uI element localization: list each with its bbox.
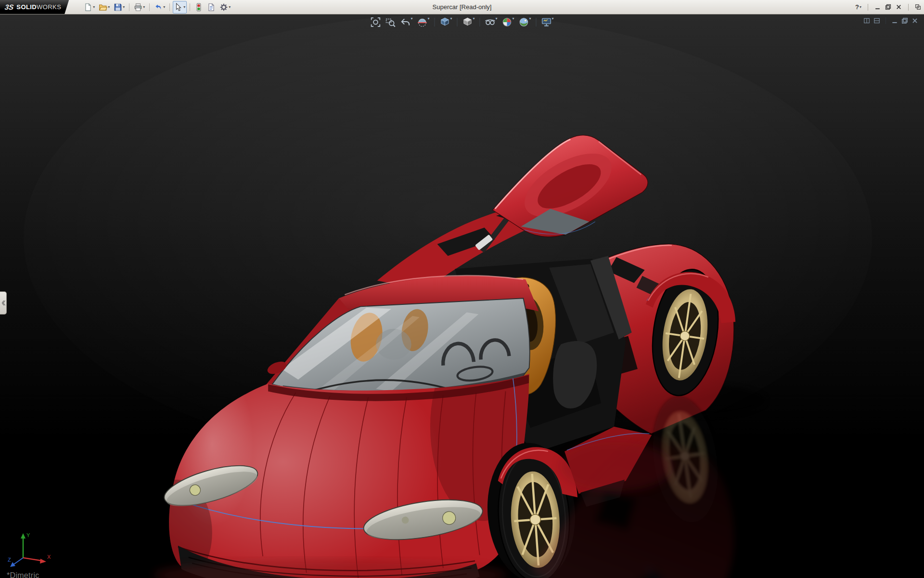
print-button[interactable]: ▾ bbox=[132, 1, 146, 13]
undo-button[interactable]: ▾ bbox=[153, 1, 167, 13]
restore-icon bbox=[885, 4, 891, 10]
toolbar-separator bbox=[457, 18, 457, 26]
title-bar: 3S SOLIDWORKS ▾▾▾▾▾▾▾ Supercar [Read-onl… bbox=[0, 0, 924, 14]
zoom-to-fit-button[interactable] bbox=[370, 16, 381, 28]
edit-appearance-icon bbox=[502, 17, 513, 27]
save-icon bbox=[114, 3, 122, 12]
heads-up-view-toolbar: ▾▾▾▾▾▾▾▾ bbox=[368, 16, 556, 28]
toolbar-separator bbox=[886, 17, 886, 24]
view-orientation-dropdown-arrow[interactable]: ▾ bbox=[450, 17, 452, 21]
edit-appearance-dropdown-arrow[interactable]: ▾ bbox=[513, 17, 514, 21]
solidworks-logo[interactable]: 3S SOLIDWORKS bbox=[0, 0, 69, 14]
apply-scene-button[interactable]: ▾ bbox=[518, 16, 532, 28]
pane-vertical-button[interactable] bbox=[863, 17, 870, 24]
file-properties-button[interactable] bbox=[205, 1, 217, 13]
document-title: Supercar [Read-only] bbox=[433, 3, 492, 11]
x-axis-label: X bbox=[47, 554, 51, 560]
app-name-solid: SOLID bbox=[16, 3, 37, 11]
display-style-icon bbox=[462, 17, 473, 27]
previous-view-icon bbox=[400, 17, 411, 27]
toolbar-separator bbox=[868, 4, 868, 11]
doc-close-button[interactable] bbox=[911, 17, 918, 24]
print-dropdown-arrow[interactable]: ▾ bbox=[143, 5, 145, 9]
zoom-to-fit-icon bbox=[370, 17, 381, 27]
previous-view-dropdown-arrow[interactable]: ▾ bbox=[411, 17, 412, 21]
hide-show-items-dropdown-arrow[interactable]: ▾ bbox=[496, 17, 498, 21]
toolbar-separator bbox=[129, 3, 129, 11]
z-axis-label: Z bbox=[8, 557, 11, 563]
zoom-to-area-button[interactable] bbox=[385, 16, 396, 28]
print-icon bbox=[134, 3, 142, 12]
close-icon bbox=[896, 4, 902, 10]
open-button[interactable]: ▾ bbox=[97, 1, 111, 13]
arrange-windows-button[interactable] bbox=[915, 4, 921, 10]
previous-view-button[interactable]: ▾ bbox=[399, 16, 413, 28]
feature-panel-collapse-tab[interactable] bbox=[0, 291, 7, 315]
file-properties-icon bbox=[207, 3, 216, 12]
view-settings-icon bbox=[541, 17, 552, 27]
toolbar-separator bbox=[169, 3, 170, 11]
pane-horizontal-button[interactable] bbox=[873, 17, 880, 24]
restore-button[interactable] bbox=[885, 4, 891, 10]
close-button[interactable] bbox=[896, 4, 902, 10]
view-settings-dropdown-arrow[interactable]: ▾ bbox=[552, 17, 554, 21]
toolbar-separator bbox=[434, 18, 435, 26]
help-button[interactable]: ?▾ bbox=[855, 3, 861, 11]
doc-minimize-button[interactable] bbox=[891, 17, 898, 24]
section-view-icon bbox=[417, 17, 427, 27]
undo-icon bbox=[154, 3, 163, 12]
pane-horizontal-icon bbox=[873, 17, 880, 24]
open-icon bbox=[99, 3, 107, 12]
3ds-logo-mark: 3S bbox=[4, 3, 14, 11]
toolbar-separator bbox=[149, 3, 150, 11]
solidworks-window: 3S SOLIDWORKS ▾▾▾▾▾▾▾ Supercar [Read-onl… bbox=[0, 0, 924, 578]
new-icon bbox=[84, 3, 92, 12]
select-icon bbox=[174, 3, 183, 12]
graphics-viewport[interactable]: ▾▾▾▾▾▾▾▾ Y X Z *Dimetric bbox=[0, 14, 924, 578]
app-name-works: WORKS bbox=[37, 3, 61, 11]
hide-show-items-icon bbox=[485, 17, 496, 27]
hide-show-items-button[interactable]: ▾ bbox=[485, 16, 498, 28]
doc-close-icon bbox=[911, 17, 918, 24]
apply-scene-dropdown-arrow[interactable]: ▾ bbox=[529, 17, 531, 21]
chevron-left-icon bbox=[1, 300, 5, 306]
toolbar-separator bbox=[480, 18, 480, 26]
toolbar-separator bbox=[536, 18, 537, 26]
undo-dropdown-arrow[interactable]: ▾ bbox=[163, 5, 165, 9]
doc-restore-button[interactable] bbox=[901, 17, 908, 24]
toolbar-separator bbox=[190, 3, 190, 11]
display-style-button[interactable]: ▾ bbox=[462, 16, 475, 28]
minimize-button[interactable] bbox=[874, 4, 881, 10]
main-toolbar: ▾▾▾▾▾▾▾ bbox=[82, 1, 232, 13]
apply-scene-icon bbox=[519, 17, 529, 27]
viewport-canvas[interactable] bbox=[0, 14, 924, 578]
view-orientation-button[interactable]: ▾ bbox=[439, 16, 452, 28]
toolbar-separator bbox=[908, 4, 909, 11]
display-style-dropdown-arrow[interactable]: ▾ bbox=[473, 17, 475, 21]
select-button[interactable]: ▾ bbox=[173, 1, 187, 13]
new-button[interactable]: ▾ bbox=[82, 1, 96, 13]
options-dropdown-arrow[interactable]: ▾ bbox=[229, 5, 231, 9]
view-settings-button[interactable]: ▾ bbox=[541, 16, 554, 28]
help-icon: ? bbox=[855, 3, 859, 11]
options-button[interactable]: ▾ bbox=[218, 1, 232, 13]
window-controls: ?▾ bbox=[855, 0, 921, 14]
arrange-windows-icon bbox=[915, 4, 921, 10]
reference-triad: Y X Z bbox=[7, 530, 53, 570]
help-dropdown-arrow[interactable]: ▾ bbox=[860, 5, 861, 9]
rebuild-button[interactable] bbox=[193, 1, 205, 13]
zoom-to-area-icon bbox=[385, 17, 396, 27]
select-dropdown-arrow[interactable]: ▾ bbox=[183, 5, 185, 9]
save-dropdown-arrow[interactable]: ▾ bbox=[123, 5, 125, 9]
section-view-dropdown-arrow[interactable]: ▾ bbox=[427, 17, 429, 21]
doc-minimize-icon bbox=[891, 17, 898, 24]
doc-restore-icon bbox=[901, 17, 908, 24]
edit-appearance-button[interactable]: ▾ bbox=[501, 16, 515, 28]
orientation-label: *Dimetric bbox=[7, 571, 39, 578]
section-view-button[interactable]: ▾ bbox=[416, 16, 430, 28]
y-axis-label: Y bbox=[26, 532, 30, 538]
save-button[interactable]: ▾ bbox=[112, 1, 126, 13]
open-dropdown-arrow[interactable]: ▾ bbox=[108, 5, 110, 9]
new-dropdown-arrow[interactable]: ▾ bbox=[93, 5, 95, 9]
pane-vertical-icon bbox=[863, 17, 870, 24]
